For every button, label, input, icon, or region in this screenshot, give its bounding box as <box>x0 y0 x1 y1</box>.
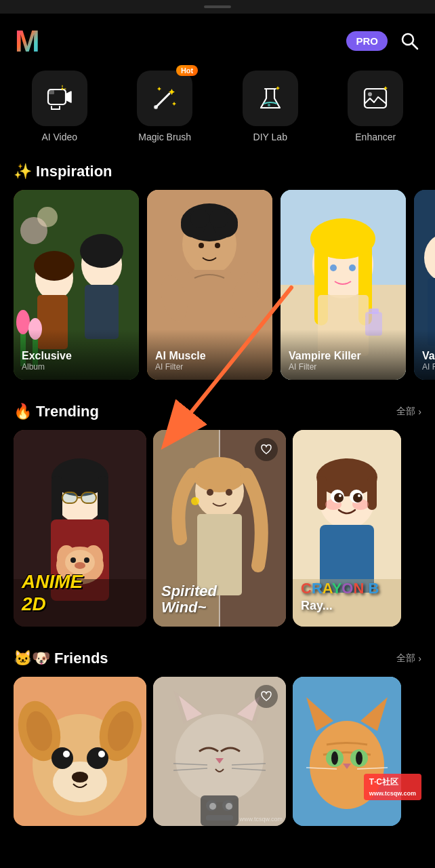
inspiration-card-exclusive[interactable]: Exclusive Album <box>14 190 139 380</box>
corgi-figure <box>14 677 146 826</box>
svg-point-37 <box>190 209 209 228</box>
trending-section: 🔥 Trending 全部 › <box>0 396 435 643</box>
svg-point-26 <box>80 234 123 268</box>
friends-card-cat2[interactable] <box>293 677 401 826</box>
vampire-label-wrap: Vampire Killer AI Filter <box>281 330 406 380</box>
ai-muscle-subtitle: AI Filter <box>155 362 264 372</box>
svg-point-100 <box>339 494 341 497</box>
trending-see-all[interactable]: 全部 › <box>396 406 421 418</box>
svg-point-101 <box>358 494 360 497</box>
trending-card-anime2d[interactable]: ANIME2D <box>14 430 146 627</box>
spirited-heart-button[interactable] <box>255 438 278 461</box>
svg-point-76 <box>75 562 85 569</box>
svg-point-115 <box>72 772 88 783</box>
svg-point-114 <box>98 751 105 757</box>
svg-rect-92 <box>317 476 327 510</box>
inspiration-card-ai-muscle[interactable]: AI Muscle AI Filter <box>147 190 272 380</box>
friends-card-cat[interactable]: www.tcsqw.com <box>153 677 286 826</box>
svg-rect-55 <box>369 309 379 314</box>
svg-point-50 <box>310 218 375 259</box>
svg-text:M: M <box>15 24 40 57</box>
enhancer-icon <box>362 85 389 112</box>
svg-rect-66 <box>62 492 77 503</box>
svg-point-98 <box>334 493 344 502</box>
crayon-text: CRAYON B Ray... <box>301 580 393 613</box>
quick-access-row: AI Video Hot Magic Brush <box>0 64 435 156</box>
svg-point-74 <box>70 557 76 563</box>
pro-badge[interactable]: PRO <box>346 31 388 51</box>
svg-point-113 <box>63 751 70 757</box>
svg-point-75 <box>84 557 89 563</box>
cat-heart-button[interactable] <box>255 685 278 708</box>
hot-badge: Hot <box>176 65 198 76</box>
friends-section: 🐱🐶 Friends 全部 › <box>0 643 435 842</box>
enhancer-label: Enhancer <box>355 132 396 142</box>
quick-item-enhancer[interactable]: Enhancer <box>331 71 419 142</box>
svg-point-88 <box>191 497 199 505</box>
video-icon <box>46 85 73 112</box>
svg-rect-5 <box>49 90 54 94</box>
friends-see-all[interactable]: 全部 › <box>396 652 421 665</box>
svg-point-112 <box>87 747 108 769</box>
quick-item-magic-brush[interactable]: Hot Magic Brush <box>121 71 209 142</box>
svg-point-21 <box>37 207 58 227</box>
svg-point-139 <box>331 751 338 765</box>
vac-label-wrap: Vac... AI F... <box>414 330 435 380</box>
svg-point-140 <box>356 751 362 765</box>
svg-point-42 <box>199 243 204 248</box>
friends-title: 🐱🐶 Friends <box>14 650 108 667</box>
ai-muscle-title: AI Muscle <box>155 350 264 362</box>
svg-line-3 <box>412 43 417 49</box>
inspiration-header: ✨ Inspiration <box>0 156 435 190</box>
quick-item-ai-video[interactable]: AI Video <box>16 71 104 142</box>
trending-row: ANIME2D <box>0 430 435 643</box>
exclusive-subtitle: Album <box>22 362 131 372</box>
vac-title: Vac... <box>422 350 435 362</box>
svg-rect-67 <box>81 492 96 503</box>
svg-point-87 <box>226 489 232 496</box>
diy-lab-icon-wrap <box>243 71 298 126</box>
search-button[interactable] <box>397 28 421 53</box>
svg-point-14 <box>154 105 158 109</box>
svg-point-52 <box>330 264 337 271</box>
inspiration-card-vampire[interactable]: Vampire Killer AI Filter <box>281 190 406 380</box>
exclusive-title: Exclusive <box>22 350 131 362</box>
friends-row: www.tcsqw.com <box>0 677 435 842</box>
magic-brush-icon-wrap: Hot <box>137 71 192 126</box>
vac-subtitle: AI F... <box>422 362 435 372</box>
inspiration-card-vac[interactable]: Vac... AI F... <box>414 190 435 380</box>
anime2d-label: ANIME2D <box>22 570 138 616</box>
svg-point-130 <box>209 803 216 810</box>
trending-card-spirited[interactable]: SpiritedWind~ <box>153 430 286 627</box>
spirited-text: SpiritedWind~ <box>161 583 217 616</box>
quick-item-diy-lab[interactable]: DIY Lab <box>226 71 314 142</box>
ai-muscle-label-wrap: AI Muscle AI Filter <box>147 330 272 380</box>
diy-lab-icon <box>257 85 284 112</box>
svg-rect-132 <box>206 815 233 821</box>
svg-point-86 <box>207 489 213 496</box>
trending-header: 🔥 Trending 全部 › <box>0 396 435 430</box>
watermark: www.tcsqw.com <box>239 816 283 823</box>
svg-point-10 <box>61 88 63 90</box>
ai-video-icon-wrap <box>32 71 87 126</box>
magic-brush-label: Magic Brush <box>138 132 191 142</box>
svg-point-84 <box>192 457 247 492</box>
ai-video-label: AI Video <box>41 132 77 142</box>
svg-rect-39 <box>188 270 232 338</box>
svg-rect-93 <box>367 476 377 510</box>
trending-card-crayon[interactable]: CRAYON B Ray... <box>293 430 401 627</box>
svg-point-27 <box>34 251 75 281</box>
trending-title: 🔥 Trending <box>14 403 99 420</box>
exclusive-label-wrap: Exclusive Album <box>14 330 139 380</box>
friends-card-corgi[interactable] <box>14 677 146 826</box>
svg-point-16 <box>268 104 270 106</box>
svg-rect-17 <box>365 89 386 108</box>
svg-marker-6 <box>66 92 71 102</box>
svg-rect-127 <box>201 795 239 826</box>
header-actions: PRO <box>346 28 421 53</box>
logo[interactable]: M M <box>14 24 46 57</box>
svg-point-53 <box>349 264 356 271</box>
vampire-title: Vampire Killer <box>289 350 398 362</box>
status-bar <box>0 0 435 14</box>
app-header: M M PRO <box>0 14 435 64</box>
